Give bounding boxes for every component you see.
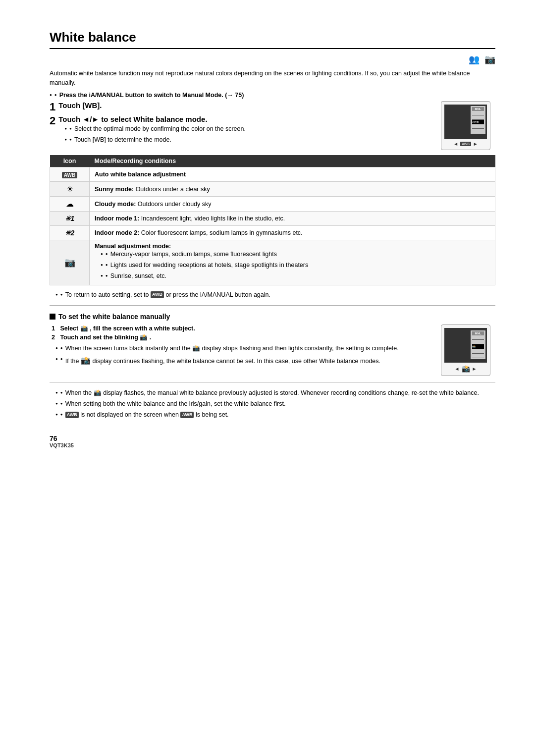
step-2-bullet-2: ● Touch [WB] to determine the mode.: [64, 135, 431, 145]
table-header-mode: Mode/Recording conditions: [90, 155, 495, 167]
step-2-title: Touch ◄/► to select White balance mode.: [58, 115, 431, 123]
section-divider: [50, 305, 495, 306]
indoor1-icon: ✳1: [65, 215, 75, 222]
step-1: 1 Touch [WB].: [50, 101, 431, 113]
step-1-number: 1: [50, 101, 55, 113]
step-2-content: Touch ◄/► to select White balance mode. …: [58, 115, 431, 146]
indoor2-icon: ✳2: [65, 229, 75, 237]
auto-setting-badge: AWB: [151, 291, 164, 298]
page-footer: 76 VQT3K35: [50, 434, 495, 448]
sub-steps: 1 Select 📸 , fill the screen with a whit…: [52, 324, 431, 341]
camera-icon: 📷: [484, 54, 495, 65]
model-number: VQT3K35: [50, 442, 495, 448]
step-2-bullet-1: ● Select the optimal mode by confirming …: [64, 124, 431, 134]
step-2: 2 Touch ◄/► to select White balance mode…: [50, 115, 431, 146]
sub-step-1: 1 Select 📸 , fill the screen with a whit…: [52, 324, 431, 332]
step-2-number: 2: [50, 115, 55, 127]
table-row-indoor1: ✳1 Indoor mode 1: Incandescent light, vi…: [50, 212, 495, 226]
steps-text: 1 Touch [WB]. 2 Touch ◄/► to select Whit…: [50, 101, 431, 148]
steps-section: 1 Touch [WB]. 2 Touch ◄/► to select Whit…: [50, 101, 495, 150]
auto-setting-note: ● To return to auto setting, set to AWB …: [55, 290, 495, 300]
cloudy-icon: ☁: [66, 200, 74, 208]
manual-bullet-3: ● Sunrise, sunset, etc.: [101, 271, 490, 281]
awb-desc: Auto white balance adjustment: [95, 171, 186, 178]
manual-section-header: To set the white balance manually: [50, 313, 495, 321]
bottom-bullet-2: ● When setting both the white balance an…: [55, 399, 495, 409]
wb-table: Icon Mode/Recording conditions AWB Auto …: [50, 155, 495, 285]
table-row-awb: AWB Auto white balance adjustment: [50, 167, 495, 182]
press-manual-bullet: ● Press the iA/MANUAL button to switch t…: [50, 91, 495, 100]
bottom-awb-badge-2: AWB: [180, 412, 194, 419]
table-row-manual: 📷 Manual adjustment mode: ● Mercury-vapo…: [50, 240, 495, 285]
sunny-icon: ☀: [66, 185, 73, 193]
section-divider-2: [50, 382, 495, 382]
awb-badge: AWB: [62, 172, 77, 178]
manual-flash-bullet: ● If the 📸 display continues flashing, t…: [55, 355, 431, 367]
step-1-content: Touch [WB].: [58, 101, 431, 110]
step-1-title: Touch [WB].: [58, 101, 431, 109]
table-row-indoor2: ✳2 Indoor mode 2: Color fluorescent lamp…: [50, 226, 495, 240]
manual-bullet-2: ● Lights used for wedding receptions at …: [101, 261, 490, 270]
person-icon: 👥: [469, 54, 480, 65]
manual-complete-bullet: ● When the screen turns black instantly …: [55, 344, 431, 353]
page-number: 76: [50, 434, 495, 442]
device-image-1: MNL ▪▪▪ ▪▪▪ AWB ▪▪▪ ▪▪▪ ◄ AWB ►: [441, 101, 495, 150]
manual-bullet-1: ● Mercury-vapor lamps, sodium lamps, som…: [101, 250, 490, 259]
section-square-icon: [50, 314, 55, 320]
bottom-bullet-3: ● AWB is not displayed on the screen whe…: [55, 410, 495, 420]
manual-section-title: To set the white balance manually: [58, 313, 170, 321]
manual-wb-icon: 📷: [64, 258, 75, 268]
page-title: White balance: [50, 30, 495, 49]
manual-section-text: 1 Select 📸 , fill the screen with a whit…: [50, 324, 431, 368]
table-row-cloudy: ☁ Cloudy mode: Outdoors under cloudy sky: [50, 197, 495, 212]
bottom-awb-badge-1: AWB: [65, 412, 79, 419]
intro-text: Automatic white balance function may not…: [50, 69, 495, 88]
manual-section-content: 1 Select 📸 , fill the screen with a whit…: [50, 324, 495, 376]
table-row-sunny: ☀ Sunny mode: Outdoors under a clear sky: [50, 182, 495, 197]
sub-step-2: 2 Touch and set the blinking 📸 .: [52, 333, 431, 341]
bottom-bullet-1: ● When the 📸 display flashes, the manual…: [55, 388, 495, 398]
table-header-icon: Icon: [50, 155, 90, 167]
device-image-2: MNL ▪▪▪ ▪▪▪ 📸 ▪▪▪ ▪▪▪ ◄ 📸 ►: [441, 324, 495, 376]
header-icons: 👥 📷: [50, 54, 495, 65]
